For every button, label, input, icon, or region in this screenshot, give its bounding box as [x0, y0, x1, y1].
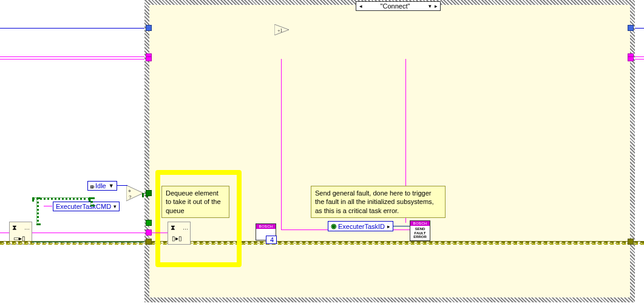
tunnel-blue-right	[628, 25, 634, 31]
constant-four-value: 4	[270, 236, 274, 243]
wire-idle-to-select	[117, 185, 127, 186]
enum-dropdown-icon-2[interactable]: ▾	[114, 203, 117, 209]
hourglass-icon-2: ⧗	[171, 223, 175, 231]
tunnel-blue-left	[146, 25, 152, 31]
wire-magenta-into-dequeue	[151, 233, 168, 233]
wire-green-2	[36, 197, 39, 225]
bosch-header-2: BOSCH	[410, 221, 430, 226]
wire-magenta-drop	[281, 59, 282, 229]
case-selector-label: "Connect"	[364, 2, 427, 10]
wire-error-main-2	[0, 243, 644, 245]
tunnel-magenta-right-2	[628, 56, 634, 61]
wire-taskid-to-fault	[393, 226, 410, 226]
executer-task-id-label: ExecuterTaskID	[338, 223, 385, 230]
enum-dropdown-icon[interactable]: ▼	[109, 183, 114, 189]
svg-text:⋄: ⋄	[128, 188, 131, 194]
highlight-frame	[155, 170, 242, 267]
executer-task-id-constant[interactable]: ◉ ExecuterTaskID ▸	[328, 221, 393, 231]
wire-magenta-to-case-mid	[32, 233, 148, 233]
tunnel-olive-right	[628, 239, 634, 245]
dequeue-node[interactable]: ⧗ … ▯▸▯	[168, 222, 191, 245]
tunnel-green-mid	[146, 220, 152, 226]
dots-icon: …	[24, 225, 30, 231]
globe-icon: ◉	[331, 222, 337, 230]
bosch-header-1: BOSCH	[256, 224, 276, 229]
enum-dropdown-icon-3[interactable]: ▸	[387, 223, 390, 229]
wire-magenta-left-in	[0, 233, 9, 233]
fault-comment: Send general fault, done here to trigger…	[311, 186, 446, 218]
bosch-send-fault-body: SEND FAULT ERROR	[410, 226, 430, 240]
case-next-arrow-r[interactable]: ▸	[433, 3, 439, 9]
enum-glyph-icon: ⎄	[90, 183, 94, 189]
wire-cmd-stub	[44, 206, 52, 206]
hourglass-icon: ⧗	[12, 223, 17, 231]
increment-primitive: +1	[274, 24, 289, 35]
executer-task-cmd-constant[interactable]: ExecuterTaskCMD ▾	[53, 202, 120, 211]
constant-four[interactable]: 4	[266, 236, 277, 244]
case-next-arrow[interactable]: ▾	[427, 3, 433, 9]
fault-comment-text: Send general fault, done here to trigger…	[315, 189, 434, 214]
case-selector[interactable]: ◂ "Connect" ▾ ▸	[356, 1, 441, 11]
increment-label: +1	[277, 28, 283, 33]
bosch-send-fault-node[interactable]: BOSCH SEND FAULT ERROR	[410, 220, 430, 241]
wire-green-1v	[90, 197, 93, 206]
dots-icon-2: …	[183, 225, 188, 231]
idle-enum-label: Idle	[95, 182, 106, 189]
case-selector-terminal	[146, 190, 152, 196]
wire-teal	[32, 242, 144, 242]
svg-text:?: ?	[129, 194, 132, 200]
dequeue-icon: ▯▸▯	[172, 235, 182, 242]
executer-task-cmd-label: ExecuterTaskCMD	[56, 203, 111, 210]
wire-green-1	[32, 197, 90, 200]
idle-enum-constant[interactable]: ⎄ Idle ▼	[87, 181, 117, 191]
tunnel-olive-left	[146, 239, 152, 245]
dequeue-comment: Dequeue element to take it out of the qu…	[161, 186, 229, 218]
case-prev-arrow[interactable]: ◂	[358, 3, 364, 9]
dequeue-comment-text: Dequeue element to take it out of the qu…	[166, 189, 221, 214]
tunnel-magenta-left-2	[146, 56, 152, 61]
